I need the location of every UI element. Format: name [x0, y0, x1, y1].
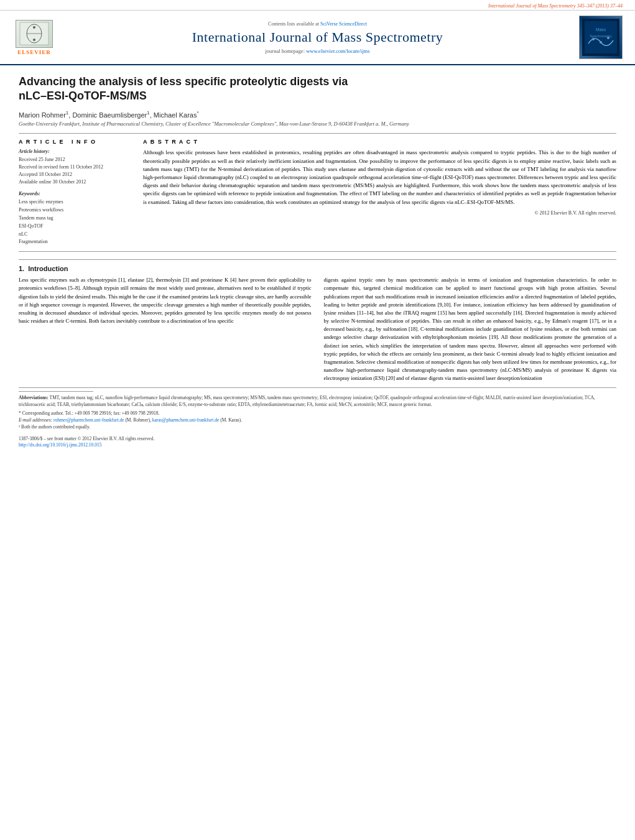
abbreviations-label: Abbreviations: — [19, 395, 49, 400]
journal-header: ELSEVIER Contents lists available at Sci… — [0, 11, 635, 65]
section-1-title: 1. Introduction — [19, 265, 616, 272]
corresponding-author: * Corresponding author. Tel.: +49 069 79… — [19, 410, 616, 417]
footnote1: ¹ Both the authors contributed equally. — [19, 424, 616, 431]
article-info-abstract: A R T I C L E I N F O Article history: R… — [19, 139, 616, 246]
abstract-text: Although less specific proteases have be… — [143, 149, 616, 206]
affiliation: Goethe-University Frankfurt, Institute o… — [19, 121, 616, 127]
abbreviations-text: TMT, tandem mass tag; nLC, nanoflow high… — [19, 395, 595, 407]
article-title: Advancing the analysis of less specific … — [19, 75, 616, 104]
email1-link[interactable]: rohmer@pharmchem.uni-frankfurt.de — [53, 417, 124, 423]
svg-point-10 — [600, 41, 602, 44]
body-col-left: Less specific enzymes such as chymotryps… — [19, 276, 312, 382]
elsevier-logo: ELSEVIER — [12, 20, 56, 55]
keyword-6: Fragmentation — [19, 238, 131, 246]
keyword-4: ESI-QoTOF — [19, 223, 131, 231]
history-label: Article history: — [19, 149, 131, 154]
abstract-heading: A B S T R A C T — [143, 139, 616, 145]
issn-text: 1387-3806/$ – see front matter © 2012 El… — [19, 436, 616, 441]
article-info-heading: A R T I C L E I N F O — [19, 139, 131, 145]
svg-text:Mass: Mass — [596, 27, 606, 32]
svg-point-3 — [33, 26, 35, 29]
sciverse-link[interactable]: SciVerse ScienceDirect — [320, 21, 367, 27]
article-content: Advancing the analysis of less specific … — [0, 65, 635, 457]
top-bar: International Journal of Mass Spectromet… — [0, 0, 635, 11]
copyright-line: © 2012 Elsevier B.V. All rights reserved… — [143, 210, 616, 216]
keyword-1: Less specific enzymes — [19, 198, 131, 206]
article-history: Article history: Received 25 June 2012 R… — [19, 149, 131, 186]
received-date: Received 25 June 2012 — [19, 156, 131, 164]
keyword-2: Proteomics workflows — [19, 206, 131, 215]
page-container: International Journal of Mass Spectromet… — [0, 0, 635, 457]
journal-logo-box: Mass Spectrometry — [579, 16, 623, 59]
footnote-divider — [19, 391, 93, 392]
svg-point-9 — [592, 38, 595, 40]
elsevier-logo-image — [16, 20, 53, 48]
abstract-col: A B S T R A C T Although less specific p… — [143, 139, 616, 246]
issn-section: 1387-3806/$ – see front matter © 2012 El… — [19, 436, 616, 448]
keyword-5: nLC — [19, 231, 131, 239]
body-text-left: Less specific enzymes such as chymotryps… — [19, 276, 312, 325]
keywords-label: Keywords: — [19, 191, 131, 196]
doi-link[interactable]: http://dx.doi.org/10.1016/j.ijms.2012.10… — [19, 442, 101, 448]
journal-citation: International Journal of Mass Spectromet… — [488, 3, 623, 9]
footnote-section: Abbreviations: TMT, tandem mass tag; nLC… — [19, 387, 616, 430]
contents-line: Contents lists available at SciVerse Sci… — [65, 21, 570, 27]
keyword-3: Tandem mass tag — [19, 215, 131, 223]
authors: Marion Rohmer1, Dominic Baeumlisberger1,… — [19, 110, 616, 119]
email-section: E-mail addresses: rohmer@pharmchem.uni-f… — [19, 417, 616, 424]
accepted-date: Accepted 18 October 2012 — [19, 171, 131, 178]
body-col-right: digests against tryptic ones by mass spe… — [324, 276, 617, 382]
svg-point-11 — [607, 37, 610, 39]
email2-name: (M. Karas). — [220, 417, 242, 423]
divider-middle — [19, 251, 616, 252]
journal-homepage: journal homepage: www.elsevier.com/locat… — [65, 48, 570, 54]
svg-point-4 — [33, 39, 35, 41]
body-section: 1. Introduction Less specific enzymes su… — [19, 259, 616, 382]
keywords-section: Keywords: Less specific enzymes Proteomi… — [19, 191, 131, 246]
body-two-col: Less specific enzymes such as chymotryps… — [19, 276, 616, 382]
article-info-col: A R T I C L E I N F O Article history: R… — [19, 139, 131, 246]
available-date: Available online 30 October 2012 — [19, 178, 131, 186]
journal-center: Contents lists available at SciVerse Sci… — [65, 21, 570, 54]
elsevier-label: ELSEVIER — [17, 49, 51, 55]
email2-link[interactable]: karas@pharmchem.uni-frankfurt.de — [152, 417, 220, 423]
homepage-link[interactable]: www.elsevier.com/locate/ijms — [306, 48, 369, 54]
journal-title: International Journal of Mass Spectromet… — [65, 29, 570, 45]
divider-top — [19, 133, 616, 134]
email-label: E-mail addresses: — [19, 417, 52, 423]
received-revised-date: Received in revised form 11 October 2012 — [19, 164, 131, 171]
email1-name: (M. Rohmer), — [125, 417, 151, 423]
body-text-right: digests against tryptic ones by mass spe… — [324, 276, 617, 382]
abbreviations: Abbreviations: TMT, tandem mass tag; nLC… — [19, 395, 616, 408]
